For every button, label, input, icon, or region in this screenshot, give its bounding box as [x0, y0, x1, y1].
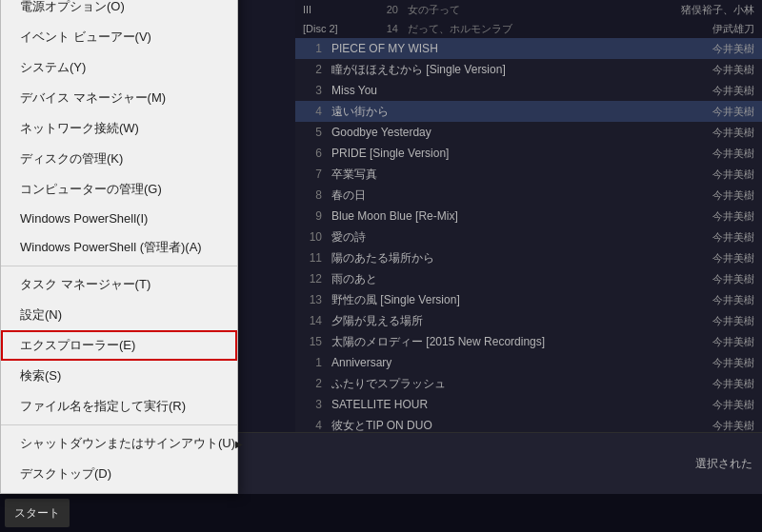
- menu-item-event_viewer[interactable]: イベント ビューアー(V): [1, 22, 237, 52]
- menu-item-disk_mgmt[interactable]: ディスクの管理(K): [1, 144, 237, 174]
- menu-item-label: ネットワーク接続(W): [20, 120, 139, 137]
- menu-item-label: ディスクの管理(K): [20, 150, 123, 167]
- menu-item-network[interactable]: ネットワーク接続(W): [1, 113, 237, 144]
- menu-item-settings[interactable]: 設定(N): [1, 300, 237, 330]
- menu-item-label: Windows PowerShell(I): [20, 211, 148, 226]
- menu-item-label: 電源オプション(O): [20, 0, 125, 15]
- menu-item-label: コンピューターの管理(G): [20, 181, 162, 198]
- menu-item-label: シャットダウンまたはサインアウト(U): [20, 435, 235, 452]
- menu-item-power[interactable]: 電源オプション(O): [1, 0, 237, 22]
- menu-item-label: Windows PowerShell (管理者)(A): [20, 239, 202, 256]
- menu-item-powershell_admin[interactable]: Windows PowerShell (管理者)(A): [1, 232, 237, 263]
- menu-item-task_manager[interactable]: タスク マネージャー(T): [1, 269, 237, 300]
- submenu-arrow: ▶: [235, 439, 243, 449]
- context-menu: アプリと機能(F) モビリティ センター(B) 電源オプション(O) イベント …: [0, 0, 238, 494]
- menu-item-label: システム(Y): [20, 59, 86, 76]
- menu-item-shutdown[interactable]: シャットダウンまたはサインアウト(U) ▶: [1, 428, 237, 459]
- menu-item-label: エクスプローラー(E): [20, 337, 135, 354]
- menu-item-label: 設定(N): [20, 306, 62, 324]
- menu-item-label: デスクトップ(D): [20, 465, 111, 483]
- menu-item-label: ファイル名を指定して実行(R): [20, 398, 186, 415]
- menu-separator: [1, 266, 237, 266]
- menu-item-label: デバイス マネージャー(M): [20, 89, 166, 107]
- menu-item-computer_mgmt[interactable]: コンピューターの管理(G): [1, 174, 237, 205]
- menu-separator: [1, 424, 237, 425]
- menu-item-system[interactable]: システム(Y): [1, 52, 237, 83]
- menu-item-powershell[interactable]: Windows PowerShell(I): [1, 205, 237, 232]
- menu-item-desktop[interactable]: デスクトップ(D): [1, 459, 237, 489]
- menu-item-label: イベント ビューアー(V): [20, 29, 151, 46]
- menu-item-explorer[interactable]: エクスプローラー(E): [1, 330, 237, 361]
- menu-item-run[interactable]: ファイル名を指定して実行(R): [1, 391, 237, 422]
- menu-item-search[interactable]: 検索(S): [1, 361, 237, 391]
- menu-item-label: タスク マネージャー(T): [20, 276, 150, 293]
- menu-item-device_manager[interactable]: デバイス マネージャー(M): [1, 83, 237, 113]
- menu-item-label: 検索(S): [20, 367, 61, 384]
